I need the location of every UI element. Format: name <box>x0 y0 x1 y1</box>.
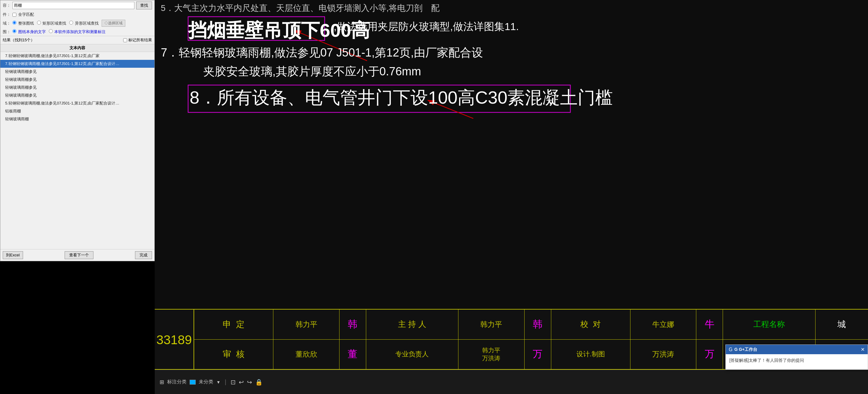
title-zhuchiren-name: 韩力平 <box>458 310 525 339</box>
range-poly[interactable]: 异形区域查找 <box>69 21 99 26</box>
chevron-down-icon[interactable]: ▼ <box>216 380 221 385</box>
search-row: 容： 查找 <box>0 0 154 11</box>
results-header: 结果（找到15个） 标记所有结果 <box>0 36 154 44</box>
title-shenDing: 申 定 <box>194 310 273 339</box>
arrow-left-icon[interactable]: ↩ <box>239 378 244 386</box>
arrow-right-icon[interactable]: ↪ <box>247 378 252 386</box>
title-zhuanye-sig: 万 <box>525 340 551 369</box>
title-sheji-sig: 万 <box>696 340 723 369</box>
mark-all-checkbox[interactable] <box>123 38 127 42</box>
color-swatch <box>190 380 196 385</box>
result-item[interactable]: 轻钢玻璃雨棚参见 <box>0 91 154 99</box>
title-shenDing-name: 韩力平 <box>273 310 340 339</box>
result-item[interactable]: 7.轻钢轻钢玻璃雨棚,做法参见07J501-1,第12页,由厂家 <box>0 52 154 60</box>
mark-all-text: 标记所有结果 <box>128 37 152 43</box>
cad-text-line6-suffix: ,做法选用夹层防火玻璃型,做法详图集11. <box>334 20 519 34</box>
cad-text-line5: 5．大气主次力水平内尺处直、天层位直、电锁牙墙测入小等,将电刀剖 配 <box>161 2 440 14</box>
gplus-title: G G+工作台 <box>734 347 861 353</box>
title-city: 城 <box>815 310 868 339</box>
result-item[interactable]: 轻钢玻璃雨棚参见 <box>0 76 154 84</box>
filter-row: 围： 图纸本身的文字 本软件添加的文字和测量标注 <box>0 28 154 36</box>
search-label: 容： <box>3 3 11 8</box>
range-row: 域： 整张图纸 矩形区域查找 异形区域查找 ◇选择区域 <box>0 19 154 28</box>
title-zhuchiren-sig: 韩 <box>525 310 551 339</box>
filter-native[interactable]: 图纸本身的文字 <box>12 29 46 35</box>
title-jiaodui: 校 对 <box>551 310 630 339</box>
cad-text-line7b: 夹胶安全玻璃,其胶片厚度不应小于0.76mm <box>203 64 421 79</box>
title-shenDing-sig: 韩 <box>340 310 366 339</box>
select-area-button[interactable]: ◇选择区域 <box>102 20 125 27</box>
title-shenhe: 审 核 <box>194 340 273 369</box>
annotation-label: 标注分类 <box>167 379 187 385</box>
scope-label: 件： <box>3 12 11 17</box>
result-item[interactable]: 7.轻钢轻钢玻璃雨棚,做法参见07J501-1,第12页,由厂家配合设计… <box>0 60 154 68</box>
table-icon[interactable]: ⊡ <box>230 378 236 386</box>
range-radio-group: 整张图纸 矩形区域查找 异形区域查找 ◇选择区域 <box>12 20 125 27</box>
search-panel: 容： 查找 件： 全字匹配 域： 整张图纸 矩形区域查找 异形区域查找 ◇选择区… <box>0 0 155 261</box>
title-zhuanye-name: 韩力平万洪涛 <box>458 340 525 369</box>
bottom-toolbar: ⊞ 标注分类 未分类 ▼ | ⊡ ↩ ↪ 🔒 <box>155 370 868 394</box>
title-gongcheng: 工程名称 <box>723 310 815 339</box>
results-count: 结果（找到15个） <box>3 37 35 43</box>
title-sheji-name: 万洪涛 <box>630 340 696 369</box>
mark-all-label[interactable]: 标记所有结果 <box>123 37 152 43</box>
gplus-content: [答疑解感]太棒了！有人回答了你的提问 <box>726 354 868 369</box>
exact-match-label[interactable]: 全字匹配 <box>12 12 34 17</box>
drawing-number: 33189 <box>155 310 194 370</box>
title-jiaodui-name: 牛立娜 <box>630 310 696 339</box>
result-item[interactable]: 轻钢玻璃雨棚 <box>0 115 154 123</box>
category-label: 未分类 <box>199 379 213 385</box>
title-shenhe-name: 董欣欣 <box>273 340 340 369</box>
exact-match-text: 全字匹配 <box>18 12 34 17</box>
lock-icon[interactable]: 🔒 <box>255 378 263 386</box>
title-zhuanyefuzeren: 专业负责人 <box>366 340 458 369</box>
done-button[interactable]: 完成 <box>135 251 152 259</box>
cad-text-line8: 8．所有设备、电气管井门下设100高C30素混凝土门槛 <box>190 86 613 110</box>
gplus-titlebar: G G G+工作台 ✕ <box>726 345 868 354</box>
title-jiaodui-sig: 牛 <box>696 310 723 339</box>
range-rect[interactable]: 矩形区域查找 <box>37 21 66 26</box>
gplus-message: [答疑解感]太棒了！有人回答了你的提问 <box>730 358 864 363</box>
separator: | <box>225 378 226 386</box>
filter-radio-group: 图纸本身的文字 本软件添加的文字和测量标注 <box>12 29 105 35</box>
exact-match-row: 件： 全字匹配 <box>0 11 154 19</box>
panel-bottom: 到Excel 查看下一个 完成 <box>0 249 154 261</box>
next-button[interactable]: 查看下一个 <box>65 251 93 259</box>
cad-text-line7: 7．轻钢轻钢玻璃雨棚,做法参见07 J501-1,第12页,由厂家配合设 <box>161 45 483 60</box>
exact-match-checkbox[interactable] <box>12 13 17 17</box>
result-item[interactable]: 轻钢玻璃雨棚参见 <box>0 68 154 76</box>
gplus-icon: G <box>729 347 733 353</box>
gplus-close-button[interactable]: ✕ <box>861 347 865 353</box>
range-label: 域： <box>3 21 11 26</box>
title-shenhe-sig: 董 <box>340 340 366 369</box>
title-row-1: 申 定 韩力平 韩 主 持 人 韩力平 韩 校 对 牛立娜 牛 工程名称 城 <box>194 310 868 340</box>
search-input[interactable] <box>12 2 134 9</box>
result-item[interactable]: 铝板雨棚 <box>0 107 154 115</box>
cad-area[interactable]: 5．大气主次力水平内尺处直、天层位直、电锁牙墙测入小等,将电刀剖 配 挡烟垂壁吊… <box>155 0 868 309</box>
results-column-header: 文本内容 <box>0 44 154 52</box>
filter-label: 围： <box>3 29 11 35</box>
title-zhuchiren: 主 持 人 <box>366 310 458 339</box>
find-button[interactable]: 查找 <box>136 2 152 9</box>
result-item[interactable]: 轻钢玻璃雨棚参见 <box>0 84 154 91</box>
title-sheji-zhitu: 设计.制图 <box>551 340 630 369</box>
filter-added[interactable]: 本软件添加的文字和测量标注 <box>49 29 106 35</box>
range-full[interactable]: 整张图纸 <box>12 21 34 26</box>
export-excel-button[interactable]: 到Excel <box>3 251 23 259</box>
results-list[interactable]: 文本内容 7.轻钢轻钢玻璃雨棚,做法参见07J501-1,第12页,由厂家7.轻… <box>0 44 154 249</box>
grid-icon: ⊞ <box>160 379 164 386</box>
gplus-window: G G G+工作台 ✕ [答疑解感]太棒了！有人回答了你的提问 <box>725 344 868 370</box>
result-item[interactable]: 5.轻钢轻钢玻璃雨棚,做法参见07J501-1,第12页,由厂家配合设计… <box>0 99 154 107</box>
